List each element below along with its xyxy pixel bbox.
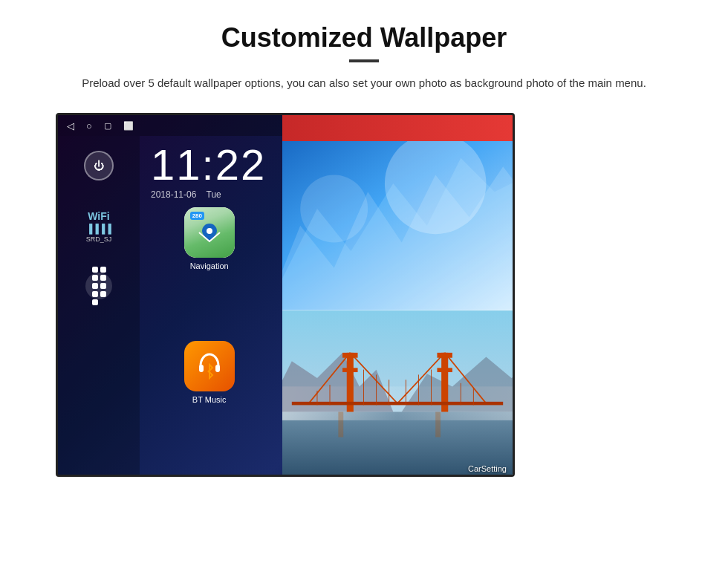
svg-point-2: [207, 228, 212, 234]
status-bar-left: ◁ ○ ▢ ⬜: [67, 120, 134, 131]
wifi-signal-bars: ▐▐▐▐: [86, 224, 112, 234]
bridge-svg: [282, 310, 513, 478]
car-setting-label[interactable]: CarSetting: [468, 464, 507, 473]
svg-point-27: [300, 175, 368, 243]
page-subtitle: Preload over 5 default wallpaper options…: [45, 74, 683, 92]
wifi-widget: WiFi ▐▐▐▐ SRD_SJ: [86, 210, 112, 243]
wallpaper-bridge[interactable]: CarSetting: [282, 310, 513, 478]
android-screen: ◁ ○ ▢ ⬜ 📍 ▲ 11:22: [56, 113, 515, 477]
navigation-icon: 280: [184, 207, 235, 258]
svg-rect-43: [292, 401, 503, 405]
ice-svg: [282, 141, 513, 310]
wifi-network-name: SRD_SJ: [86, 235, 112, 243]
top-strip: [282, 115, 513, 141]
wallpaper-panel: CarSetting: [282, 115, 513, 477]
svg-rect-8: [215, 365, 220, 372]
wifi-label: WiFi: [86, 210, 112, 222]
apps-grid-icon: [92, 267, 106, 305]
power-icon: ⏻: [94, 160, 104, 172]
svg-rect-35: [342, 368, 357, 372]
home-icon: ○: [86, 120, 92, 131]
title-divider: [349, 59, 379, 62]
all-apps-button[interactable]: [85, 273, 112, 299]
ice-texture: [282, 141, 513, 310]
svg-rect-7: [199, 365, 204, 372]
bt-music-label: BT Music: [192, 395, 227, 404]
bt-music-icon: [184, 341, 235, 391]
app-navigation[interactable]: 280 Navigation: [155, 207, 264, 333]
svg-rect-54: [338, 411, 343, 437]
map-pin-icon: [198, 221, 221, 244]
page-wrapper: Customized Wallpaper Preload over 5 defa…: [0, 0, 728, 492]
recent-icon: ▢: [104, 121, 111, 131]
wallpaper-ice[interactable]: [282, 141, 513, 310]
screenshot-icon: ⬜: [123, 121, 134, 131]
app-bt-music[interactable]: BT Music: [155, 341, 264, 467]
page-title: Customized Wallpaper: [45, 22, 683, 53]
power-button[interactable]: ⏻: [84, 151, 114, 180]
bluetooth-icon: [196, 351, 223, 381]
sidebar: ⏻ WiFi ▐▐▐▐ SRD_SJ: [58, 136, 140, 475]
svg-rect-38: [437, 368, 452, 372]
svg-rect-55: [435, 411, 441, 437]
back-icon: ◁: [67, 120, 74, 131]
device-container: ◁ ○ ▢ ⬜ 📍 ▲ 11:22: [56, 113, 672, 477]
navigation-label: Navigation: [190, 261, 229, 270]
screen-body: ⏻ WiFi ▐▐▐▐ SRD_SJ: [58, 136, 513, 475]
